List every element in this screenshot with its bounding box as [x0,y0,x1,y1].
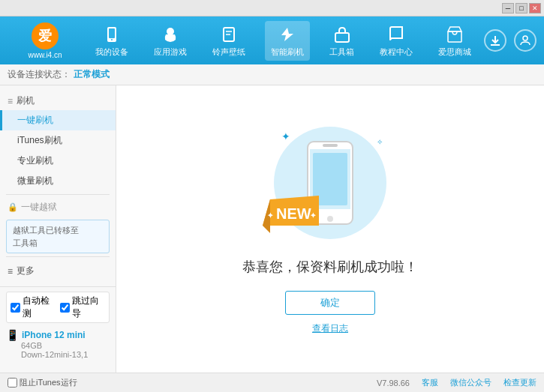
skip-wizard-checkbox[interactable]: 跳过向导 [60,295,105,320]
svg-text:✦: ✦ [310,211,317,220]
svg-rect-13 [323,144,338,147]
svg-rect-7 [335,33,349,42]
new-badge-svg: ✦ NEW ✦ [263,192,323,233]
sidebar-divider-2 [6,256,110,257]
sidebar-item-pro-flash[interactable]: 专业刷机 [0,151,116,171]
svg-point-3 [167,28,174,35]
toolbox-icon [332,24,353,45]
auto-detect-label: 自动检测 [23,295,56,320]
nav-love-store[interactable]: 爱思商城 [432,21,477,61]
status-value: 正常模式 [74,68,110,81]
stop-itunes-input[interactable] [8,378,17,388]
sidebar-more-title: ≡ 更多 [0,260,116,282]
header-right [484,29,536,52]
nav-toolbox[interactable]: 工具箱 [323,21,360,61]
sidebar-flash-title: ≡ 刷机 [0,91,116,110]
stop-itunes-checkbox[interactable]: 阻止iTunes运行 [8,377,77,388]
nav-items: 我的设备 应用游戏 铃声壁纸 智能刷机 工具箱 [83,21,484,61]
notice-text: 越狱工具已转移至工具箱 [13,226,79,247]
nav-ringtones-label: 铃声壁纸 [212,46,245,58]
svg-rect-8 [448,31,461,42]
nav-tutorial-label: 教程中心 [380,46,413,58]
skip-wizard-input[interactable] [60,303,70,313]
nav-love-store-label: 爱思商城 [438,46,471,58]
device-version: Down-12mini-13,1 [21,350,110,359]
check-update-link[interactable]: 检查更新 [503,377,536,388]
sidebar-divider-1 [6,194,110,195]
svg-point-2 [111,39,113,40]
my-device-icon [101,24,122,45]
nav-ringtones[interactable]: 铃声壁纸 [206,21,251,61]
device-info: 📱 iPhone 12 mini 64GB Down-12mini-13,1 [6,326,110,362]
svg-rect-1 [109,28,115,38]
logo-icon: 爱 [32,22,59,49]
main-layout: ≡ 刷机 一键刷机 iTunes刷机 专业刷机 微量刷机 🔒 一键越狱 [0,85,544,373]
nav-my-device[interactable]: 我的设备 [89,21,134,61]
logo-area[interactable]: 爱 www.i4.cn [8,22,83,59]
confirm-button[interactable]: 确定 [285,291,375,315]
device-name: iPhone 12 mini [22,330,86,340]
title-bar: ─ □ ✕ [0,0,544,16]
device-storage: 64GB [21,341,110,350]
sparkle-top-left: ✦ [281,130,290,142]
sidebar-item-itunes-flash[interactable]: iTunes刷机 [0,130,116,151]
logo-text: www.i4.cn [28,51,62,59]
close-button[interactable]: ✕ [529,3,541,13]
nav-apps-games-label: 应用游戏 [154,46,187,58]
sparkle-top-right: ✧ [377,138,383,146]
sidebar-locked-item: 🔒 一键越狱 [0,198,116,217]
locked-label: 一键越狱 [21,201,57,214]
minimize-button[interactable]: ─ [502,3,514,13]
illustration: ✦ ✧ [270,123,390,243]
auto-detect-input[interactable] [11,303,20,313]
version-text: V7.98.66 [377,379,410,388]
nav-toolbox-label: 工具箱 [329,46,354,58]
user-button[interactable] [514,29,536,52]
sidebar: ≡ 刷机 一键刷机 iTunes刷机 专业刷机 微量刷机 🔒 一键越狱 [0,85,116,373]
bottom-right: V7.98.66 客服 微信公众号 检查更新 [377,377,536,388]
ringtones-icon [218,24,239,45]
svg-point-14 [327,216,333,222]
stop-itunes-label: 阻止iTunes运行 [20,377,77,388]
checkbox-area: 自动检测 跳过向导 [6,292,110,323]
new-badge: ✦ NEW ✦ [263,192,323,235]
wechat-link[interactable]: 微信公众号 [450,377,491,388]
svg-text:✦: ✦ [267,211,274,220]
flash-group-icon: ≡ [8,96,13,106]
skip-wizard-label: 跳过向导 [72,295,105,320]
maximize-button[interactable]: □ [515,3,527,13]
phone-container: ✦ ✧ [270,123,390,243]
service-link[interactable]: 客服 [422,377,438,388]
smart-flash-icon [277,24,298,45]
success-text: 恭喜您，保资料刷机成功啦！ [242,258,418,276]
sidebar-bottom-area: 自动检测 跳过向导 📱 iPhone 12 mini 64GB Down-12m… [0,286,116,367]
status-label: 设备连接状态： [8,68,71,81]
nav-smart-flash[interactable]: 智能刷机 [265,21,310,61]
nav-tutorial[interactable]: 教程中心 [374,21,419,61]
apps-games-icon [160,24,181,45]
status-bar: 设备连接状态： 正常模式 [0,64,544,85]
content-area: ✦ ✧ [116,85,544,373]
nav-apps-games[interactable]: 应用游戏 [148,21,193,61]
download-button[interactable] [484,29,506,52]
phone-icon: 📱 [6,329,19,341]
svg-text:NEW: NEW [276,205,311,222]
nav-my-device-label: 我的设备 [95,46,128,58]
lock-icon: 🔒 [8,202,18,212]
love-store-icon [444,24,465,45]
bottom-bar: 阻止iTunes运行 V7.98.66 客服 微信公众号 检查更新 [0,373,544,392]
auto-detect-checkbox[interactable]: 自动检测 [11,295,56,320]
flash-group-label: 刷机 [17,94,35,107]
notice-box: 越狱工具已转移至工具箱 [6,220,110,253]
nav-smart-flash-label: 智能刷机 [271,46,304,58]
window-controls[interactable]: ─ □ ✕ [502,3,541,13]
svg-point-10 [523,36,527,40]
more-group-icon: ≡ [8,266,13,277]
re-flash-link[interactable]: 查看日志 [312,322,348,335]
tutorial-icon [386,24,407,45]
header: 爱 www.i4.cn 我的设备 应用游戏 铃声壁纸 智能刷机 [0,16,544,64]
sidebar-item-one-click-flash[interactable]: 一键刷机 [0,110,116,130]
bottom-left: 阻止iTunes运行 [8,377,77,388]
sidebar-item-micro-flash[interactable]: 微量刷机 [0,171,116,191]
more-group-label: 更多 [17,265,35,277]
